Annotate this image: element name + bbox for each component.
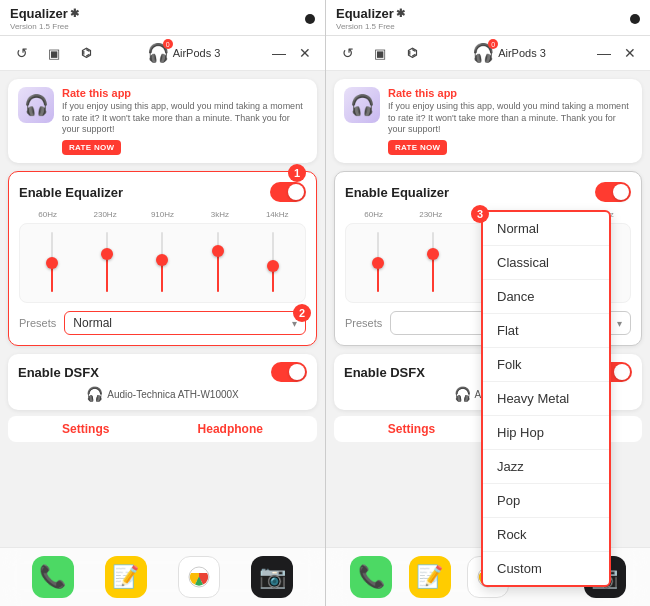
right-slider-60hz-fill bbox=[377, 268, 379, 292]
right-slider-230hz-fill bbox=[432, 259, 434, 292]
right-minimize-button[interactable]: — bbox=[594, 43, 614, 63]
right-slider-60hz[interactable] bbox=[359, 232, 397, 294]
right-rate-now-button[interactable]: RATE NOW bbox=[388, 140, 447, 155]
right-icon-bar-left: ↺ ▣ ⌬ bbox=[336, 41, 424, 65]
dock-notes-icon[interactable]: 📝 bbox=[105, 556, 147, 598]
slider-910hz[interactable] bbox=[143, 232, 181, 294]
right-presets-label: Presets bbox=[345, 317, 382, 329]
headphone-link[interactable]: Headphone bbox=[198, 422, 263, 436]
slider-230hz-thumb bbox=[101, 248, 113, 260]
dock-phone-icon[interactable]: 📞 bbox=[32, 556, 74, 598]
app-name-label: Equalizer bbox=[10, 6, 68, 21]
step-3-badge: 3 bbox=[471, 205, 489, 223]
right-airpods-area: 🎧 0 AirPods 3 bbox=[472, 42, 546, 64]
refresh-icon[interactable]: ↺ bbox=[10, 41, 34, 65]
dropdown-item-normal[interactable]: Normal bbox=[483, 212, 609, 246]
dropdown-item-heavy-metal[interactable]: Heavy Metal bbox=[483, 382, 609, 416]
right-dock-phone-icon[interactable]: 📞 bbox=[350, 556, 392, 598]
dropdown-item-jazz[interactable]: Jazz bbox=[483, 450, 609, 484]
slider-3khz-fill bbox=[217, 256, 219, 292]
settings-link[interactable]: Settings bbox=[62, 422, 109, 436]
file-icon[interactable]: ▣ bbox=[42, 41, 66, 65]
eq-title: Enable Equalizer bbox=[19, 185, 123, 200]
title-bar: Equalizer ✱ Version 1.5 Free bbox=[0, 0, 325, 36]
dsfx-toggle-knob bbox=[289, 364, 305, 380]
slider-230hz-fill bbox=[106, 259, 108, 292]
right-slider-60hz-thumb bbox=[372, 257, 384, 269]
right-eq-toggle[interactable] bbox=[595, 182, 631, 202]
right-rate-banner: 🎧 Rate this app If you enjoy using this … bbox=[334, 79, 642, 163]
dsfx-section: Enable DSFX 🎧 Audio-Technica ATH-W1000X bbox=[8, 354, 317, 410]
eq-toggle-knob bbox=[288, 184, 304, 200]
slider-3khz-track bbox=[217, 232, 219, 292]
right-settings-link[interactable]: Settings bbox=[388, 422, 435, 436]
minimize-button[interactable]: — bbox=[269, 43, 289, 63]
app-version-label: Version 1.5 Free bbox=[10, 22, 79, 31]
right-headphone-icon: 🎧 bbox=[454, 386, 471, 402]
dropdown-item-rock[interactable]: Rock bbox=[483, 518, 609, 552]
eq-header: Enable Equalizer bbox=[19, 182, 306, 202]
right-title-bar-right bbox=[630, 14, 640, 24]
right-title-bar-left: Equalizer ✱ Version 1.5 Free bbox=[336, 6, 405, 31]
title-bar-left: Equalizer ✱ Version 1.5 Free bbox=[10, 6, 79, 31]
dropdown-item-folk[interactable]: Folk bbox=[483, 348, 609, 382]
right-bluetooth-icon[interactable]: ⌬ bbox=[400, 41, 424, 65]
slider-60hz-fill bbox=[51, 268, 53, 292]
preset-dropdown[interactable]: Normal ▾ 2 bbox=[64, 311, 306, 335]
right-app-name-label: Equalizer bbox=[336, 6, 394, 21]
freq-230hz: 230Hz bbox=[85, 210, 125, 219]
dropdown-item-pop[interactable]: Pop bbox=[483, 484, 609, 518]
right-app-title: Equalizer ✱ bbox=[336, 6, 405, 21]
headphone-icon: 🎧 bbox=[86, 386, 103, 402]
right-rate-content: Rate this app If you enjoy using this ap… bbox=[388, 87, 632, 155]
right-close-button[interactable]: ✕ bbox=[620, 43, 640, 63]
preset-dropdown-menu: Normal Classical Dance Flat Folk Heavy M… bbox=[481, 210, 611, 587]
device-row: 🎧 Audio-Technica ATH-W1000X bbox=[18, 386, 307, 402]
slider-14khz[interactable] bbox=[254, 232, 292, 294]
right-airpods-icon: 🎧 0 bbox=[472, 42, 494, 64]
dock-chrome-icon[interactable] bbox=[178, 556, 220, 598]
right-title-bar: Equalizer ✱ Version 1.5 Free bbox=[326, 0, 650, 36]
right-dsfx-toggle-knob bbox=[614, 364, 630, 380]
slider-60hz[interactable] bbox=[33, 232, 71, 294]
eq-toggle[interactable] bbox=[270, 182, 306, 202]
slider-14khz-track bbox=[272, 232, 274, 292]
rate-now-button[interactable]: RATE NOW bbox=[62, 140, 121, 155]
right-dock-notes-icon[interactable]: 📝 bbox=[409, 556, 451, 598]
dropdown-item-custom[interactable]: Custom bbox=[483, 552, 609, 585]
right-app-version-label: Version 1.5 Free bbox=[336, 22, 405, 31]
close-button[interactable]: ✕ bbox=[295, 43, 315, 63]
presets-label: Presets bbox=[19, 317, 56, 329]
right-file-icon[interactable]: ▣ bbox=[368, 41, 392, 65]
dsfx-header: Enable DSFX bbox=[18, 362, 307, 382]
slider-230hz[interactable] bbox=[88, 232, 126, 294]
icon-bar: ↺ ▣ ⌬ 🎧 0 AirPods 3 — ✕ bbox=[0, 36, 325, 71]
freq-910hz: 910Hz bbox=[142, 210, 182, 219]
slider-3khz[interactable] bbox=[199, 232, 237, 294]
rate-title: Rate this app bbox=[62, 87, 307, 99]
right-rate-title: Rate this app bbox=[388, 87, 632, 99]
bluetooth-icon[interactable]: ⌬ bbox=[74, 41, 98, 65]
dsfx-toggle[interactable] bbox=[271, 362, 307, 382]
left-panel: Equalizer ✱ Version 1.5 Free ↺ ▣ ⌬ 🎧 0 A… bbox=[0, 0, 325, 606]
slider-910hz-track bbox=[161, 232, 163, 292]
rate-description: If you enjoy using this app, would you m… bbox=[62, 101, 307, 136]
device-name-label: Audio-Technica ATH-W1000X bbox=[107, 389, 239, 400]
right-refresh-icon[interactable]: ↺ bbox=[336, 41, 360, 65]
right-slider-230hz[interactable] bbox=[414, 232, 452, 294]
right-slider-60hz-track bbox=[377, 232, 379, 292]
right-eq-title: Enable Equalizer bbox=[345, 185, 449, 200]
title-bar-right bbox=[305, 14, 315, 24]
right-eq-header: Enable Equalizer bbox=[345, 182, 631, 202]
bluetooth-symbol: ✱ bbox=[70, 7, 79, 20]
dropdown-item-classical[interactable]: Classical bbox=[483, 246, 609, 280]
dock-camera-icon[interactable]: 📷 bbox=[251, 556, 293, 598]
equalizer-section: 1 Enable Equalizer 60Hz 230Hz 910Hz 3kHz… bbox=[8, 171, 317, 346]
right-freq-230hz: 230Hz bbox=[411, 210, 451, 219]
right-dropdown-arrow-icon: ▾ bbox=[617, 318, 622, 329]
dropdown-item-dance[interactable]: Dance bbox=[483, 280, 609, 314]
dropdown-item-hip-hop[interactable]: Hip Hop bbox=[483, 416, 609, 450]
right-rate-app-icon: 🎧 bbox=[344, 87, 380, 123]
dropdown-item-flat[interactable]: Flat bbox=[483, 314, 609, 348]
slider-14khz-thumb bbox=[267, 260, 279, 272]
